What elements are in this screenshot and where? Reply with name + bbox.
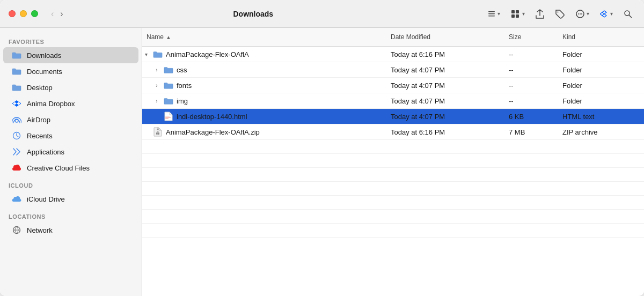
folder-icon <box>12 83 21 92</box>
file-name-cell: i AnimaPackage-Flex-OAflA.zip <box>142 124 386 139</box>
svg-rect-18 <box>165 116 170 116</box>
folder-icon <box>153 49 163 59</box>
file-kind: Folder <box>558 62 644 77</box>
close-button[interactable] <box>9 10 16 17</box>
disclosure-open[interactable]: ▾ <box>142 50 150 58</box>
cc-icon <box>12 163 21 173</box>
svg-rect-6 <box>516 14 519 18</box>
maximize-button[interactable] <box>31 10 38 17</box>
file-date: Today at 4:07 PM <box>386 93 504 108</box>
file-size: -- <box>504 62 558 77</box>
content-area: Name ▲ Date Modified Size Kind ▾ AnimaPa… <box>142 28 644 296</box>
sidebar-item-recents[interactable]: Recents <box>3 128 138 144</box>
anima-dropbox-label: Anima Dropbox <box>27 100 75 108</box>
grid-view-button[interactable]: ▾ <box>508 8 528 20</box>
file-name-cell: › css <box>142 62 386 77</box>
traffic-lights <box>9 10 38 17</box>
empty-row <box>142 168 644 182</box>
favorites-section-label: Favorites <box>0 32 142 47</box>
desktop-label: Desktop <box>27 84 53 92</box>
title-bar: ‹ › Downloads ▾ ▾ <box>0 0 644 28</box>
sidebar-item-icloud-drive[interactable]: iCloud Drive <box>3 191 138 207</box>
window-title: Downloads <box>72 10 435 18</box>
sidebar-item-airdrop[interactable]: AirDrop <box>3 112 138 128</box>
svg-rect-19 <box>165 117 171 118</box>
file-size: -- <box>504 93 558 108</box>
svg-rect-22 <box>157 129 159 130</box>
file-date: Today at 4:07 PM <box>386 78 504 93</box>
sidebar-item-creative-cloud[interactable]: Creative Cloud Files <box>3 160 138 176</box>
zip-file-icon: i <box>153 127 163 137</box>
table-row[interactable]: › img Today at 4:07 PM -- Folder <box>142 93 644 109</box>
list-view-chevron: ▾ <box>497 11 500 17</box>
table-row[interactable]: › css Today at 4:07 PM -- Folder <box>142 62 644 78</box>
search-icon <box>624 10 632 18</box>
folder-icon <box>12 66 21 76</box>
list-view-button[interactable]: ▾ <box>484 8 503 20</box>
table-row[interactable]: indi-desktop-1440.html Today at 4:07 PM … <box>142 109 644 124</box>
more-icon <box>575 9 585 19</box>
search-button[interactable] <box>620 8 635 20</box>
file-name: AnimaPackage-Flex-OAflA.zip <box>166 128 260 136</box>
minimize-button[interactable] <box>20 10 27 17</box>
sidebar-item-applications[interactable]: Applications <box>3 144 138 160</box>
network-icon <box>12 225 21 235</box>
file-size: 7 MB <box>504 124 558 139</box>
svg-point-9 <box>578 13 579 14</box>
size-header[interactable]: Size <box>504 30 558 44</box>
disclosure-closed[interactable]: › <box>153 66 160 73</box>
share-button[interactable] <box>532 7 547 21</box>
sidebar-item-desktop[interactable]: Desktop <box>3 79 138 95</box>
disclosure-closed[interactable]: › <box>153 97 160 105</box>
file-name: indi-desktop-1440.html <box>177 113 247 121</box>
recents-icon <box>12 131 21 140</box>
svg-rect-3 <box>511 10 515 13</box>
svg-point-11 <box>581 13 582 14</box>
sidebar-item-documents[interactable]: Documents <box>3 63 138 79</box>
svg-line-13 <box>629 15 632 18</box>
disclosure-closed[interactable]: › <box>153 82 160 89</box>
sidebar-item-anima-dropbox[interactable]: Anima Dropbox <box>3 95 138 112</box>
downloads-label: Downloads <box>27 51 61 60</box>
svg-point-10 <box>580 13 581 14</box>
folder-icon <box>164 96 173 106</box>
file-name: img <box>177 97 188 105</box>
file-name-cell: ▾ AnimaPackage-Flex-OAflA <box>142 47 386 62</box>
nav-buttons: ‹ › <box>49 8 65 20</box>
file-size: -- <box>504 47 558 62</box>
file-name: css <box>177 66 187 74</box>
folder-icon <box>164 80 173 90</box>
file-name-cell: › img <box>142 93 386 108</box>
svg-rect-2 <box>488 16 495 17</box>
applications-label: Applications <box>27 148 64 156</box>
locations-section-label: Locations <box>0 207 142 222</box>
table-row[interactable]: i AnimaPackage-Flex-OAflA.zip Today at 6… <box>142 124 644 140</box>
sidebar-item-downloads[interactable]: Downloads <box>3 47 138 63</box>
sidebar-item-network[interactable]: Network <box>3 222 138 238</box>
file-size: 6 KB <box>504 109 558 124</box>
empty-row <box>142 224 644 238</box>
file-date: Today at 6:16 PM <box>386 47 504 62</box>
kind-header[interactable]: Kind <box>558 30 644 44</box>
name-header[interactable]: Name ▲ <box>142 30 386 44</box>
recents-label: Recents <box>27 132 53 140</box>
file-date: Today at 4:07 PM <box>386 62 504 77</box>
table-row[interactable]: › fonts Today at 4:07 PM -- Folder <box>142 78 644 93</box>
file-kind: Folder <box>558 47 644 62</box>
date-header[interactable]: Date Modified <box>386 30 504 44</box>
dropbox-sidebar-icon <box>12 99 21 108</box>
back-button[interactable]: ‹ <box>49 8 56 20</box>
forward-button[interactable]: › <box>58 8 65 20</box>
file-size: -- <box>504 78 558 93</box>
icloud-icon <box>12 194 21 204</box>
svg-rect-21 <box>157 128 159 129</box>
tag-button[interactable] <box>552 7 568 21</box>
more-button[interactable]: ▾ <box>572 7 592 21</box>
dropbox-button[interactable]: ▾ <box>597 8 616 20</box>
table-row[interactable]: ▾ AnimaPackage-Flex-OAflA Today at 6:16 … <box>142 47 644 62</box>
airdrop-icon <box>12 115 21 124</box>
file-date: Today at 4:07 PM <box>386 109 504 124</box>
file-name-cell: indi-desktop-1440.html <box>142 109 386 124</box>
grid-view-icon <box>511 10 521 18</box>
file-name-cell: › fonts <box>142 78 386 93</box>
